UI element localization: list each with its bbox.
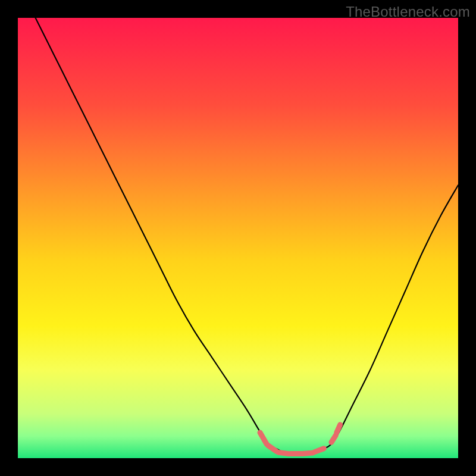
- series-valley-segments-seg-4: [302, 453, 313, 453]
- chart-frame: TheBottleneck.com: [0, 0, 476, 476]
- series-valley-segments-seg-5: [315, 449, 324, 452]
- chart-svg: [18, 18, 458, 458]
- gradient-background: [18, 18, 458, 458]
- watermark-text: TheBottleneck.com: [346, 4, 470, 20]
- series-valley-segments-seg-7: [337, 425, 340, 433]
- plot-area: [18, 18, 458, 458]
- series-valley-segments-seg-2: [278, 452, 289, 453]
- series-valley-segments-seg-6: [331, 436, 336, 443]
